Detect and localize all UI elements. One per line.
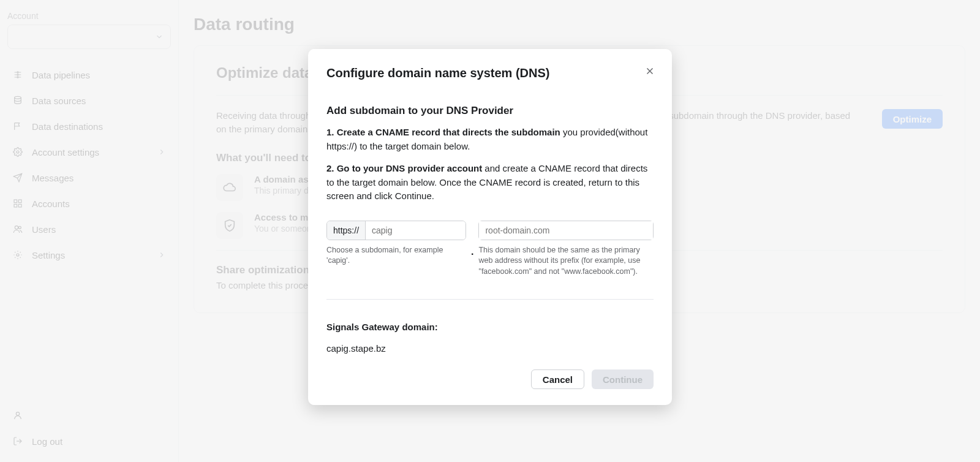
subdomain-input[interactable] xyxy=(366,221,466,240)
sg-domain-value: capig.stape.bz xyxy=(326,343,654,354)
sg-domain-label: Signals Gateway domain: xyxy=(326,322,654,332)
modal-subheading: Add subdomain to your DNS Provider xyxy=(326,105,654,117)
continue-button[interactable]: Continue xyxy=(592,369,654,389)
close-button[interactable] xyxy=(641,62,658,80)
cancel-button[interactable]: Cancel xyxy=(531,369,584,389)
modal-title: Configure domain name system (DNS) xyxy=(326,66,654,80)
subdomain-hint: Choose a subdomain, for example 'capig'. xyxy=(326,245,466,267)
root-domain-input[interactable] xyxy=(479,221,653,240)
modal-overlay: Configure domain name system (DNS) Add s… xyxy=(0,0,980,462)
configure-dns-modal: Configure domain name system (DNS) Add s… xyxy=(308,49,672,405)
root-domain-hint: This domain should be the same as the pr… xyxy=(478,245,654,278)
divider xyxy=(326,299,654,300)
scheme-prefix: https:// xyxy=(327,221,366,240)
modal-step-1: 1. Create a CNAME record that directs th… xyxy=(326,126,654,153)
dot-separator: . xyxy=(471,240,473,257)
domain-input-row: https:// Choose a subdomain, for example… xyxy=(326,221,654,278)
subdomain-input-group: https:// xyxy=(326,221,466,240)
close-icon xyxy=(644,66,655,77)
modal-step-2: 2. Go to your DNS provider account and c… xyxy=(326,162,654,203)
